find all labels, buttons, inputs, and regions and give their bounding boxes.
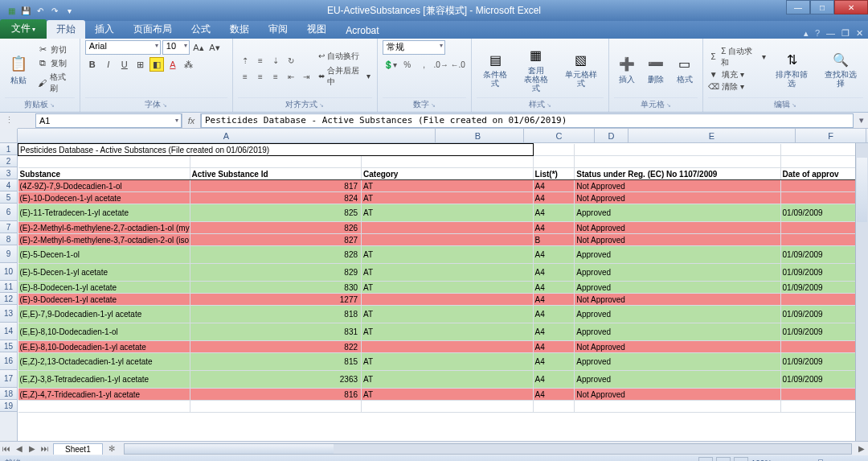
find-select-button[interactable]: 🔍查找和选择 bbox=[817, 48, 863, 89]
cell[interactable] bbox=[362, 401, 534, 413]
cell[interactable]: 1277 bbox=[190, 294, 362, 306]
cell[interactable] bbox=[362, 156, 534, 168]
cell[interactable]: AT bbox=[362, 371, 534, 389]
align-left-button[interactable]: ≡ bbox=[238, 70, 252, 84]
delete-cells-button[interactable]: ➖删除 bbox=[643, 53, 669, 85]
row-header-9[interactable]: 9 bbox=[0, 245, 17, 263]
cell[interactable]: Not Approved bbox=[575, 180, 780, 192]
cell[interactable]: 2363 bbox=[190, 371, 362, 389]
format-painter-button[interactable]: 🖌格式刷 bbox=[35, 71, 75, 95]
cell[interactable]: 817 bbox=[190, 180, 362, 192]
view-layout-button[interactable]: ▤ bbox=[716, 457, 731, 461]
cell[interactable]: A4 bbox=[533, 204, 575, 222]
cell[interactable]: Not Approved bbox=[575, 341, 780, 353]
comma-button[interactable]: , bbox=[416, 57, 432, 72]
col-header-C[interactable]: C bbox=[524, 129, 595, 142]
cell[interactable]: 831 bbox=[190, 323, 362, 341]
cell[interactable]: Category bbox=[362, 168, 534, 180]
cell[interactable]: A4 bbox=[533, 371, 575, 389]
window-inner-min-icon[interactable]: — bbox=[826, 28, 835, 39]
cell[interactable]: (E)-9-Dodecen-1-yl acetate bbox=[18, 294, 190, 306]
cell[interactable]: A4 bbox=[533, 282, 575, 294]
maximize-button[interactable]: □ bbox=[810, 0, 834, 14]
tab-acrobat[interactable]: Acrobat bbox=[336, 23, 388, 39]
save-icon[interactable]: 💾 bbox=[19, 4, 32, 17]
cell[interactable] bbox=[575, 401, 780, 413]
cell[interactable]: (E)-2-Methyl-6-methylene-2,7-octadien-1-… bbox=[18, 222, 190, 234]
orientation-button[interactable]: ↻ bbox=[284, 54, 298, 68]
cell[interactable]: Active Substance Id bbox=[190, 168, 362, 180]
cell[interactable] bbox=[533, 156, 575, 168]
cell[interactable]: AT bbox=[362, 264, 534, 282]
cell[interactable]: 830 bbox=[190, 282, 362, 294]
align-center-button[interactable]: ≡ bbox=[253, 70, 268, 84]
cell[interactable]: (E,Z)-2,13-Octadecadien-1-yl acetate bbox=[18, 353, 190, 371]
fx-icon[interactable]: fx bbox=[182, 113, 201, 128]
row-header-5[interactable]: 5 bbox=[0, 191, 17, 204]
cell[interactable]: AT bbox=[362, 323, 534, 341]
cell[interactable]: Approved bbox=[575, 371, 780, 389]
tab-nav-last[interactable]: ⏭ bbox=[39, 444, 51, 453]
align-top-button[interactable]: ⇡ bbox=[238, 54, 252, 68]
increase-indent-button[interactable]: ⇥ bbox=[299, 70, 313, 84]
cell[interactable] bbox=[575, 144, 780, 156]
tab-nav-prev[interactable]: ◀ bbox=[13, 444, 26, 453]
select-all-corner[interactable] bbox=[0, 129, 18, 143]
row-header-6[interactable]: 6 bbox=[0, 204, 17, 221]
merge-center-button[interactable]: ⬌合并后居中 ▾ bbox=[317, 64, 372, 88]
row-header-13[interactable]: 13 bbox=[0, 305, 17, 323]
clear-button[interactable]: ⌫清除 ▾ bbox=[708, 81, 766, 93]
horizontal-scrollbar[interactable] bbox=[124, 443, 852, 455]
cell[interactable]: B bbox=[533, 234, 575, 246]
cell[interactable]: Not Approved bbox=[575, 294, 780, 306]
vscroll-thumb[interactable] bbox=[857, 158, 867, 222]
minimize-ribbon-icon[interactable]: ▴ bbox=[804, 28, 809, 39]
cell[interactable]: AT bbox=[362, 389, 534, 401]
italic-button[interactable]: I bbox=[101, 57, 116, 72]
cell[interactable]: (E)-5-Decen-1-ol bbox=[18, 246, 190, 264]
cell[interactable] bbox=[190, 156, 362, 168]
font-family-select[interactable]: Arial bbox=[85, 40, 161, 55]
cell[interactable]: AT bbox=[362, 353, 534, 371]
cell[interactable]: AT bbox=[362, 204, 534, 222]
row-header-15[interactable]: 15 bbox=[0, 340, 17, 352]
cell[interactable]: AT bbox=[362, 306, 534, 323]
tab-file[interactable]: 文件 bbox=[0, 19, 47, 39]
cell[interactable]: (E,Z)-3,8-Tetradecadien-1-yl acetate bbox=[18, 371, 190, 389]
close-button[interactable]: ✕ bbox=[834, 0, 868, 14]
cell[interactable]: A4 bbox=[533, 341, 575, 353]
cell[interactable]: Not Approved bbox=[575, 192, 780, 204]
view-pagebreak-button[interactable]: ▭ bbox=[734, 457, 748, 461]
cell[interactable]: A4 bbox=[533, 353, 575, 371]
row-header-14[interactable]: 14 bbox=[0, 323, 17, 340]
border-button[interactable]: ⊞ bbox=[133, 57, 148, 72]
cell[interactable]: (4Z-9Z)-7,9-Dodecadien-1-ol bbox=[18, 180, 190, 192]
cell[interactable]: AT bbox=[362, 282, 534, 294]
cell[interactable]: Substance bbox=[18, 168, 190, 180]
format-cells-button[interactable]: ▭格式 bbox=[672, 53, 698, 85]
cell[interactable]: 828 bbox=[190, 246, 362, 264]
cell[interactable] bbox=[533, 401, 575, 413]
cell[interactable]: (E)-11-Tetradecen-1-yl acetate bbox=[18, 204, 190, 222]
cell[interactable]: Not Approved bbox=[575, 389, 780, 401]
copy-button[interactable]: ⧉复制 bbox=[35, 57, 75, 70]
row-header-1[interactable]: 1 bbox=[0, 143, 17, 155]
tab-insert[interactable]: 插入 bbox=[85, 20, 124, 39]
insert-cells-button[interactable]: ➕插入 bbox=[614, 53, 640, 85]
cell[interactable]: (E)-8-Dodecen-1-yl acetate bbox=[18, 282, 190, 294]
cell[interactable]: (E)-5-Decen-1-yl acetate bbox=[18, 264, 190, 282]
cell[interactable]: A4 bbox=[533, 294, 575, 306]
shrink-font-button[interactable]: A▾ bbox=[207, 40, 222, 55]
cell[interactable]: (E,E)-8,10-Dodecadien-1-ol bbox=[18, 323, 190, 341]
tab-data[interactable]: 数据 bbox=[220, 20, 259, 39]
view-normal-button[interactable]: ▦ bbox=[698, 457, 713, 461]
number-format-select[interactable]: 常规 bbox=[383, 40, 445, 55]
cell[interactable]: Approved bbox=[575, 282, 780, 294]
row-header-4[interactable]: 4 bbox=[0, 179, 17, 191]
row-header-12[interactable]: 12 bbox=[0, 293, 17, 305]
cell[interactable]: Status under Reg. (EC) No 1107/2009 bbox=[575, 168, 780, 180]
cell[interactable] bbox=[362, 294, 534, 306]
col-header-B[interactable]: B bbox=[436, 129, 524, 142]
row-header-3[interactable]: 3 bbox=[0, 167, 17, 179]
cell[interactable]: A4 bbox=[533, 192, 575, 204]
